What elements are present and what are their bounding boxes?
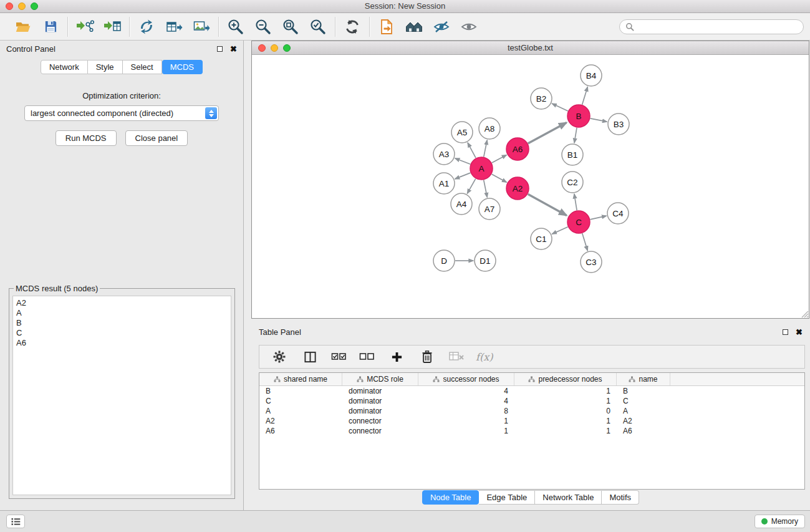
table-settings-button[interactable] bbox=[269, 347, 289, 367]
home-view-button[interactable] bbox=[404, 17, 424, 37]
delete-table-button[interactable] bbox=[448, 347, 465, 367]
table-cell[interactable]: dominator bbox=[342, 386, 418, 396]
open-network-file-button[interactable] bbox=[377, 17, 397, 37]
graph-edge-A-A4[interactable] bbox=[467, 179, 475, 194]
mcds-result-item[interactable]: C bbox=[16, 328, 228, 338]
float-panel-icon[interactable] bbox=[217, 46, 223, 52]
column-header-successor-nodes[interactable]: successor nodes bbox=[418, 373, 514, 385]
minimize-network-window-button[interactable] bbox=[271, 44, 278, 52]
run-mcds-button[interactable]: Run MCDS bbox=[55, 130, 117, 146]
control-tab-mcds[interactable]: MCDS bbox=[162, 60, 203, 74]
graph-edge-A-A5[interactable] bbox=[468, 143, 476, 158]
hide-details-button[interactable] bbox=[432, 17, 451, 37]
table-cell[interactable]: 4 bbox=[418, 396, 514, 406]
table-cell[interactable]: A6 bbox=[259, 426, 342, 436]
graph-edge-C-C3[interactable] bbox=[582, 233, 588, 251]
mcds-result-item[interactable]: A bbox=[16, 308, 228, 318]
table-cell[interactable]: 8 bbox=[418, 406, 514, 416]
table-cell[interactable]: 1 bbox=[514, 416, 617, 426]
table-cell[interactable]: 1 bbox=[514, 396, 617, 406]
mcds-result-list[interactable]: A2ABCA6 bbox=[12, 296, 231, 495]
minimize-window-button[interactable] bbox=[18, 2, 26, 10]
zoom-window-button[interactable] bbox=[31, 2, 38, 10]
table-cell[interactable]: dominator bbox=[342, 396, 418, 406]
graph-edge-A-A8[interactable] bbox=[484, 140, 487, 157]
graph-edge-A-A1[interactable] bbox=[455, 173, 471, 179]
function-builder-button[interactable]: f(x) bbox=[476, 351, 493, 363]
table-cell[interactable]: 4 bbox=[418, 386, 514, 396]
graph-edge-B-B3[interactable] bbox=[591, 118, 607, 122]
import-network-button[interactable] bbox=[75, 17, 95, 37]
close-table-panel-icon[interactable]: ✖ bbox=[796, 328, 803, 336]
column-header-predecessor-nodes[interactable]: predecessor nodes bbox=[514, 373, 617, 385]
column-header-mcds-role[interactable]: MCDS role bbox=[342, 373, 418, 385]
table-tab-network-table[interactable]: Network Table bbox=[535, 490, 602, 505]
delete-row-button[interactable] bbox=[417, 347, 437, 367]
table-tab-edge-table[interactable]: Edge Table bbox=[479, 490, 535, 505]
table-cell[interactable]: A2 bbox=[617, 416, 670, 426]
save-session-button[interactable] bbox=[41, 17, 60, 37]
column-header-name[interactable]: name bbox=[617, 373, 670, 385]
open-session-button[interactable] bbox=[13, 17, 33, 37]
graph-edge-B-B1[interactable] bbox=[574, 128, 577, 143]
search-box[interactable] bbox=[619, 19, 804, 34]
table-cell[interactable]: A6 bbox=[617, 426, 670, 436]
zoom-fit-button[interactable] bbox=[281, 17, 301, 37]
table-cell[interactable]: C bbox=[617, 396, 670, 406]
graph-edge-B-B2[interactable] bbox=[552, 104, 568, 111]
network-canvas[interactable]: B4B2BB3A5A8A6B1A3AC2A1A2A4A7C4CC1C3DD1 bbox=[252, 55, 809, 318]
table-row[interactable]: A6connector11A6 bbox=[259, 426, 804, 436]
table-cell[interactable]: A2 bbox=[259, 416, 342, 426]
resize-grip[interactable] bbox=[801, 310, 809, 318]
table-row[interactable]: A2connector11A2 bbox=[259, 416, 804, 426]
column-header-shared-name[interactable]: shared name bbox=[259, 373, 342, 385]
search-input[interactable] bbox=[637, 22, 798, 31]
zoom-network-window-button[interactable] bbox=[283, 44, 291, 52]
table-cell[interactable]: connector bbox=[342, 426, 418, 436]
graph-edge-B-B4[interactable] bbox=[582, 87, 588, 105]
table-cell[interactable]: C bbox=[259, 396, 342, 406]
new-network-button[interactable] bbox=[137, 17, 157, 37]
apply-layout-button[interactable] bbox=[342, 17, 362, 37]
graph-edge-A2-C[interactable] bbox=[528, 194, 567, 215]
table-cell[interactable]: 1 bbox=[514, 426, 617, 436]
table-cell[interactable]: A bbox=[259, 406, 342, 416]
graph-edge-A6-B[interactable] bbox=[528, 123, 567, 144]
graph-edge-A-A3[interactable] bbox=[455, 158, 471, 164]
control-tab-network[interactable]: Network bbox=[41, 60, 88, 74]
table-tab-node-table[interactable]: Node Table bbox=[422, 490, 480, 505]
table-tab-motifs[interactable]: Motifs bbox=[602, 490, 639, 505]
zoom-selected-button[interactable] bbox=[308, 17, 328, 37]
table-row[interactable]: Bdominator41B bbox=[259, 386, 804, 396]
graph-edge-A-A7[interactable] bbox=[484, 180, 488, 198]
new-table-button[interactable] bbox=[164, 17, 184, 37]
table-cell[interactable]: connector bbox=[342, 416, 418, 426]
mcds-result-item[interactable]: A2 bbox=[16, 298, 228, 308]
table-cell[interactable]: B bbox=[617, 386, 670, 396]
close-panel-button[interactable]: Close panel bbox=[125, 130, 188, 146]
show-columns-button[interactable] bbox=[300, 347, 320, 367]
add-row-button[interactable] bbox=[387, 347, 407, 367]
close-network-window-button[interactable] bbox=[258, 44, 266, 52]
zoom-in-button[interactable] bbox=[226, 17, 246, 37]
graph-edge-C-C2[interactable] bbox=[574, 194, 577, 210]
zoom-out-button[interactable] bbox=[253, 17, 273, 37]
mcds-result-item[interactable]: A6 bbox=[16, 338, 228, 348]
mcds-result-item[interactable]: B bbox=[16, 318, 228, 328]
table-cell[interactable]: 1 bbox=[514, 386, 617, 396]
table-row[interactable]: Cdominator41C bbox=[259, 396, 804, 406]
float-table-panel-icon[interactable] bbox=[783, 329, 788, 335]
table-row[interactable]: Adominator80A bbox=[259, 406, 804, 416]
import-table-button[interactable] bbox=[102, 17, 122, 37]
table-cell[interactable]: B bbox=[259, 386, 342, 396]
table-cell[interactable]: 0 bbox=[514, 406, 617, 416]
graph-edge-C-C4[interactable] bbox=[591, 216, 607, 220]
table-cell[interactable]: 1 bbox=[418, 426, 514, 436]
network-window-titlebar[interactable]: testGlobe.txt bbox=[252, 41, 809, 55]
select-all-columns-button[interactable] bbox=[330, 347, 348, 367]
export-image-button[interactable] bbox=[191, 17, 211, 37]
optimization-criterion-select[interactable]: largest connected component (directed) bbox=[24, 105, 219, 121]
table-cell[interactable]: dominator bbox=[342, 406, 418, 416]
network-graph[interactable]: B4B2BB3A5A8A6B1A3AC2A1A2A4A7C4CC1C3DD1 bbox=[252, 55, 809, 318]
show-details-button[interactable] bbox=[459, 17, 479, 37]
